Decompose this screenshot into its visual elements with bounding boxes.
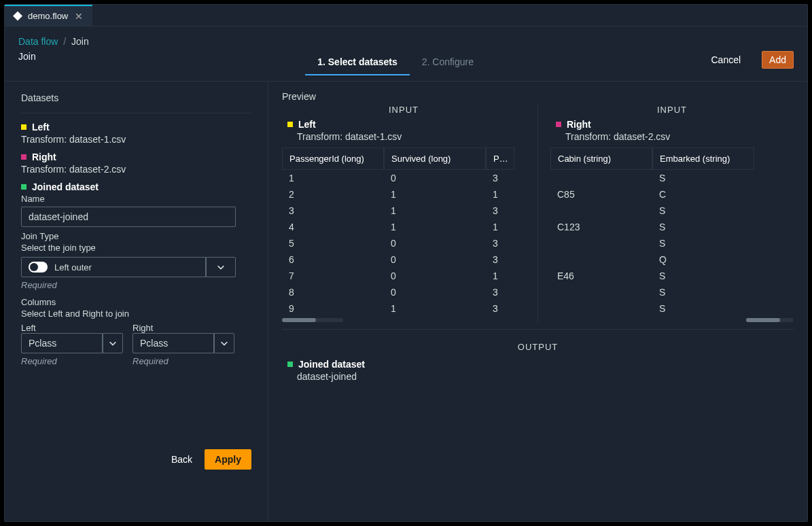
output-label: OUTPUT [282,342,794,352]
step-tabs: 1. Select datasets 2. Configure [305,51,486,75]
column-header[interactable]: Cabin (string) [550,147,652,170]
join-type-label: Join Type [21,231,251,241]
join-type-required: Required [21,280,251,290]
cell: E46 [550,268,652,284]
table-row[interactable]: C85C [550,186,794,203]
right-swatch-icon [21,154,27,160]
left-column-value: Pclass [21,333,103,353]
apply-button[interactable]: Apply [205,449,251,470]
table-row[interactable]: E46S [550,268,794,284]
breadcrumb-separator: / [63,36,66,47]
table-row[interactable]: 603 [282,251,525,268]
table-row[interactable]: S [550,284,794,300]
table-row[interactable]: 211 [282,186,525,203]
preview-left-sub: Transform: dataset-1.csv [297,131,525,142]
joined-name-input[interactable] [21,207,236,227]
column-header[interactable]: Pclass [486,147,514,170]
cell: 7 [282,268,384,284]
dataset-right: Right Transform: dataset-2.csv [21,152,251,175]
table-row[interactable]: 411 [282,219,525,235]
chevron-down-icon[interactable] [214,333,234,353]
preview-heading: Preview [282,91,794,102]
table-row[interactable]: S [550,170,794,186]
dataset-joined: Joined dataset Name Join Type Select the… [21,181,251,366]
cell [550,284,652,300]
input-left-pane: INPUT Left Transform: dataset-1.csv Pass… [282,105,538,322]
cell [550,170,652,186]
cell [550,300,652,317]
dataset-right-sub: Transform: dataset-2.csv [21,164,251,175]
table-row[interactable]: Q [550,251,794,268]
input-label-left: INPUT [282,105,525,115]
back-button[interactable]: Back [171,454,192,465]
output-section: OUTPUT Joined dataset dataset-joined [282,342,794,382]
cell: 1 [282,170,384,186]
breadcrumb-root[interactable]: Data flow [18,36,58,47]
file-tab[interactable]: demo.flow ✕ [5,5,92,26]
cell [550,203,652,219]
table-row[interactable]: 503 [282,235,525,251]
joined-swatch-icon [21,184,27,190]
cell: S [652,203,754,219]
dataset-left: Left Transform: dataset-1.csv [21,122,251,145]
table-row[interactable]: 313 [282,203,525,219]
table-row[interactable]: S [550,235,794,251]
output-name: Joined dataset [298,359,365,370]
cell: S [652,170,754,186]
join-type-select[interactable]: Left outer [21,257,236,277]
cell: 6 [282,251,384,268]
right-column-required: Required [133,356,234,366]
file-icon [13,12,22,21]
table-row[interactable]: S [550,300,794,317]
table-row[interactable]: C123S [550,219,794,235]
input-right-pane: INPUT Right Transform: dataset-2.csv Cab… [538,105,794,322]
cell [550,251,652,268]
column-header[interactable]: Embarked (string) [652,147,754,170]
table-row[interactable]: 913 [282,300,525,317]
cell: S [652,284,754,300]
cell: 3 [486,251,514,268]
column-header[interactable]: PassengerId (long) [282,147,384,170]
cell: 1 [486,186,514,203]
cancel-button[interactable]: Cancel [702,51,749,69]
close-icon[interactable]: ✕ [73,11,84,22]
input-label-right: INPUT [550,105,794,115]
dataset-left-sub: Transform: dataset-1.csv [21,134,251,145]
cell: 3 [486,300,514,317]
cell: 0 [384,235,486,251]
cell: 3 [486,170,514,186]
table-row[interactable]: 803 [282,284,525,300]
cell: S [652,268,754,284]
right-column-select[interactable]: Pclass [133,333,234,353]
sidebar: Datasets Left Transform: dataset-1.csv R… [5,82,268,521]
left-swatch-icon [21,124,27,130]
left-swatch-icon [287,122,293,127]
step-select-datasets[interactable]: 1. Select datasets [305,51,410,75]
cell: S [652,300,754,317]
scrollbar-horizontal[interactable] [746,318,794,322]
table-row[interactable]: 701 [282,268,525,284]
table-row[interactable]: S [550,203,794,219]
cell: 0 [384,268,486,284]
step-configure[interactable]: 2. Configure [410,51,486,75]
cell: 1 [384,203,486,219]
chevron-down-icon[interactable] [103,333,123,353]
column-header[interactable]: Survived (long) [384,147,486,170]
join-type-value: Left outer [54,262,92,273]
cell: 0 [384,251,486,268]
dataset-right-name: Right [32,152,56,162]
left-table: PassengerId (long)Survived (long)Pclass … [282,147,525,317]
left-column-select[interactable]: Pclass [21,333,123,353]
preview-right-name: Right [567,119,591,130]
cell: 3 [486,203,514,219]
name-label: Name [21,194,251,204]
cell: 4 [282,219,384,235]
add-button[interactable]: Add [762,51,794,69]
dataset-left-name: Left [32,122,50,133]
dataset-joined-name: Joined dataset [32,181,99,192]
chevron-down-icon[interactable] [206,257,236,277]
scrollbar-horizontal[interactable] [282,318,343,322]
page-title: Join [18,51,89,62]
table-row[interactable]: 103 [282,170,525,186]
output-sub: dataset-joined [297,371,794,382]
